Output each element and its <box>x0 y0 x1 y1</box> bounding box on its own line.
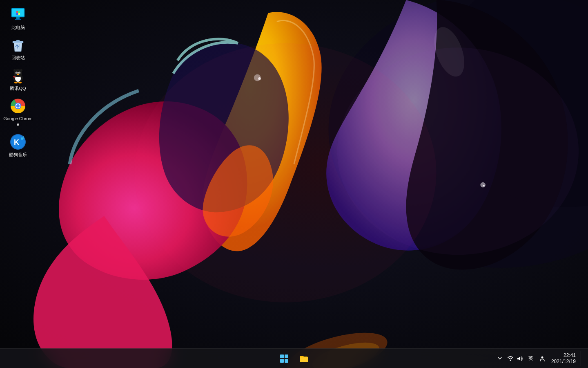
chrome-label: Google Chrome <box>3 116 33 128</box>
svg-point-35 <box>17 74 19 75</box>
taskbar-center <box>275 350 313 368</box>
kuwo-label: 酷狗音乐 <box>9 152 27 157</box>
recycle-bin-icon <box>10 37 26 53</box>
wallpaper <box>0 0 588 368</box>
svg-rect-22 <box>16 40 20 41</box>
volume-icon[interactable] <box>515 355 523 363</box>
svg-rect-19 <box>16 13 18 15</box>
taskbar: 英 22:41 2021/12/19 <box>0 348 588 368</box>
svg-rect-20 <box>18 13 20 15</box>
svg-rect-16 <box>15 19 21 20</box>
chrome-icon <box>10 98 26 114</box>
clock-date: 2021/12/19 <box>551 359 576 364</box>
svg-point-49 <box>21 137 23 140</box>
recycle-bin-label: 回收站 <box>11 55 25 61</box>
clock-area[interactable]: 22:41 2021/12/19 <box>549 352 578 365</box>
settings-tray-icon[interactable] <box>538 355 546 363</box>
svg-point-38 <box>13 69 16 72</box>
taskbar-right: 英 22:41 2021/12/19 <box>496 351 583 366</box>
clock-time: 22:41 <box>564 352 576 358</box>
svg-point-45 <box>16 104 20 108</box>
desktop-icon-recycle-bin[interactable]: 回收站 <box>2 34 34 63</box>
language-indicator[interactable]: 英 <box>526 354 536 363</box>
show-desktop-button[interactable] <box>581 351 583 366</box>
computer-icon <box>10 7 26 23</box>
desktop-icons: 此电脑 回收站 <box>0 0 36 162</box>
start-button[interactable] <box>275 350 293 368</box>
svg-rect-53 <box>280 359 284 363</box>
taskbar-file-explorer[interactable] <box>295 350 313 368</box>
svg-rect-17 <box>16 11 18 13</box>
qq-icon <box>10 67 26 84</box>
svg-point-56 <box>541 356 543 358</box>
svg-point-39 <box>20 69 22 72</box>
desktop-icon-qq[interactable]: 腾讯QQ <box>2 65 34 94</box>
svg-rect-54 <box>285 359 288 363</box>
svg-rect-51 <box>280 355 284 358</box>
desktop-icon-kuwo-music[interactable]: K 酷狗音乐 <box>2 131 34 160</box>
svg-rect-21 <box>13 41 23 43</box>
svg-point-33 <box>17 72 17 73</box>
network-icon[interactable] <box>506 355 514 363</box>
svg-rect-15 <box>16 17 20 19</box>
qq-label: 腾讯QQ <box>10 85 26 91</box>
system-tray <box>506 355 523 363</box>
my-computer-label: 此电脑 <box>11 25 25 30</box>
kuwo-icon: K <box>10 134 26 150</box>
desktop: 此电脑 回收站 <box>0 0 588 368</box>
svg-point-55 <box>510 359 511 361</box>
svg-text:K: K <box>14 138 19 146</box>
desktop-icon-google-chrome[interactable]: Google Chrome <box>2 95 34 130</box>
svg-rect-13 <box>12 9 24 16</box>
desktop-icon-my-computer[interactable]: 此电脑 <box>2 4 34 33</box>
svg-point-34 <box>20 72 20 73</box>
svg-rect-18 <box>18 11 20 13</box>
tray-chevron[interactable] <box>496 354 504 363</box>
svg-point-36 <box>14 82 18 83</box>
svg-point-11 <box>337 47 579 255</box>
svg-rect-52 <box>285 355 288 358</box>
svg-point-37 <box>18 82 22 83</box>
